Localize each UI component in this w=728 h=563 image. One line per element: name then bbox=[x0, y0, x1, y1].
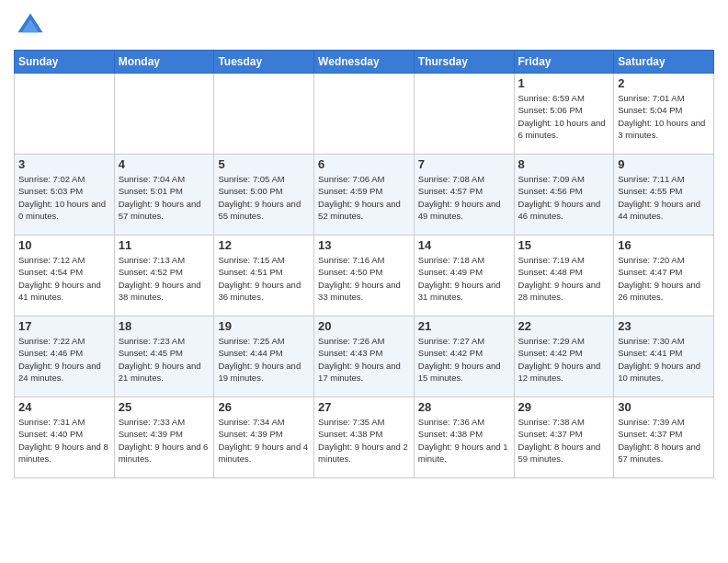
day-info: Sunrise: 7:33 AM Sunset: 4:39 PM Dayligh… bbox=[119, 416, 210, 465]
day-info: Sunrise: 7:29 AM Sunset: 4:42 PM Dayligh… bbox=[518, 335, 610, 384]
day-info: Sunrise: 7:02 AM Sunset: 5:03 PM Dayligh… bbox=[18, 173, 110, 222]
day-number: 20 bbox=[318, 319, 410, 333]
day-info: Sunrise: 7:18 AM Sunset: 4:49 PM Dayligh… bbox=[418, 254, 510, 303]
day-number: 9 bbox=[618, 157, 710, 171]
calendar-cell: 9Sunrise: 7:11 AM Sunset: 4:55 PM Daylig… bbox=[614, 155, 714, 236]
calendar-week-row: 10Sunrise: 7:12 AM Sunset: 4:54 PM Dayli… bbox=[15, 236, 714, 316]
day-number: 15 bbox=[518, 238, 610, 252]
day-info: Sunrise: 7:04 AM Sunset: 5:01 PM Dayligh… bbox=[119, 173, 210, 222]
day-info: Sunrise: 7:11 AM Sunset: 4:55 PM Dayligh… bbox=[618, 173, 710, 222]
day-number: 10 bbox=[18, 238, 110, 252]
day-number: 22 bbox=[518, 319, 610, 333]
calendar-header-row: SundayMondayTuesdayWednesdayThursdayFrid… bbox=[15, 51, 714, 74]
day-number: 28 bbox=[418, 400, 510, 414]
calendar-day-header: Monday bbox=[114, 51, 214, 74]
calendar-cell: 4Sunrise: 7:04 AM Sunset: 5:01 PM Daylig… bbox=[114, 155, 214, 236]
day-info: Sunrise: 7:31 AM Sunset: 4:40 PM Dayligh… bbox=[18, 416, 110, 465]
day-number: 2 bbox=[618, 76, 710, 90]
calendar-cell: 18Sunrise: 7:23 AM Sunset: 4:45 PM Dayli… bbox=[114, 316, 214, 397]
logo bbox=[14, 9, 51, 42]
calendar-cell: 13Sunrise: 7:16 AM Sunset: 4:50 PM Dayli… bbox=[314, 236, 415, 316]
calendar-day-header: Tuesday bbox=[214, 51, 314, 74]
day-number: 6 bbox=[318, 157, 410, 171]
calendar-week-row: 24Sunrise: 7:31 AM Sunset: 4:40 PM Dayli… bbox=[15, 397, 714, 478]
calendar-week-row: 17Sunrise: 7:22 AM Sunset: 4:46 PM Dayli… bbox=[15, 316, 714, 397]
calendar-cell: 21Sunrise: 7:27 AM Sunset: 4:42 PM Dayli… bbox=[414, 316, 514, 397]
day-info: Sunrise: 7:09 AM Sunset: 4:56 PM Dayligh… bbox=[518, 173, 610, 222]
calendar-cell: 1Sunrise: 6:59 AM Sunset: 5:06 PM Daylig… bbox=[514, 74, 614, 155]
day-number: 19 bbox=[218, 319, 310, 333]
day-info: Sunrise: 7:01 AM Sunset: 5:04 PM Dayligh… bbox=[618, 92, 710, 141]
calendar-cell: 23Sunrise: 7:30 AM Sunset: 4:41 PM Dayli… bbox=[614, 316, 714, 397]
calendar-cell bbox=[414, 74, 514, 155]
day-number: 27 bbox=[318, 400, 410, 414]
calendar-cell: 17Sunrise: 7:22 AM Sunset: 4:46 PM Dayli… bbox=[15, 316, 115, 397]
day-number: 4 bbox=[119, 157, 210, 171]
calendar-day-header: Sunday bbox=[15, 51, 115, 74]
day-info: Sunrise: 7:06 AM Sunset: 4:59 PM Dayligh… bbox=[318, 173, 410, 222]
day-number: 21 bbox=[418, 319, 510, 333]
day-number: 12 bbox=[218, 238, 310, 252]
calendar-cell: 16Sunrise: 7:20 AM Sunset: 4:47 PM Dayli… bbox=[614, 236, 714, 316]
calendar-day-header: Saturday bbox=[614, 51, 714, 74]
day-number: 5 bbox=[218, 157, 310, 171]
calendar-cell: 29Sunrise: 7:38 AM Sunset: 4:37 PM Dayli… bbox=[514, 397, 614, 478]
day-info: Sunrise: 7:08 AM Sunset: 4:57 PM Dayligh… bbox=[418, 173, 510, 222]
day-info: Sunrise: 7:16 AM Sunset: 4:50 PM Dayligh… bbox=[318, 254, 410, 303]
calendar-cell bbox=[214, 74, 314, 155]
day-info: Sunrise: 7:13 AM Sunset: 4:52 PM Dayligh… bbox=[119, 254, 210, 303]
day-number: 18 bbox=[119, 319, 210, 333]
calendar-cell: 5Sunrise: 7:05 AM Sunset: 5:00 PM Daylig… bbox=[214, 155, 314, 236]
page-container: SundayMondayTuesdayWednesdayThursdayFrid… bbox=[0, 0, 728, 483]
day-info: Sunrise: 7:12 AM Sunset: 4:54 PM Dayligh… bbox=[18, 254, 110, 303]
day-info: Sunrise: 7:38 AM Sunset: 4:37 PM Dayligh… bbox=[518, 416, 610, 465]
day-info: Sunrise: 7:34 AM Sunset: 4:39 PM Dayligh… bbox=[218, 416, 310, 465]
day-number: 26 bbox=[218, 400, 310, 414]
calendar-cell: 6Sunrise: 7:06 AM Sunset: 4:59 PM Daylig… bbox=[314, 155, 415, 236]
day-number: 23 bbox=[618, 319, 710, 333]
day-number: 30 bbox=[618, 400, 710, 414]
day-number: 24 bbox=[18, 400, 110, 414]
calendar-cell: 12Sunrise: 7:15 AM Sunset: 4:51 PM Dayli… bbox=[214, 236, 314, 316]
calendar-cell: 25Sunrise: 7:33 AM Sunset: 4:39 PM Dayli… bbox=[114, 397, 214, 478]
day-number: 29 bbox=[518, 400, 610, 414]
calendar-cell: 14Sunrise: 7:18 AM Sunset: 4:49 PM Dayli… bbox=[414, 236, 514, 316]
calendar-cell: 10Sunrise: 7:12 AM Sunset: 4:54 PM Dayli… bbox=[15, 236, 115, 316]
calendar-cell: 28Sunrise: 7:36 AM Sunset: 4:38 PM Dayli… bbox=[414, 397, 514, 478]
calendar-cell: 2Sunrise: 7:01 AM Sunset: 5:04 PM Daylig… bbox=[614, 74, 714, 155]
day-number: 16 bbox=[618, 238, 710, 252]
calendar-cell: 30Sunrise: 7:39 AM Sunset: 4:37 PM Dayli… bbox=[614, 397, 714, 478]
calendar-cell: 8Sunrise: 7:09 AM Sunset: 4:56 PM Daylig… bbox=[514, 155, 614, 236]
calendar-cell bbox=[114, 74, 214, 155]
calendar-cell: 19Sunrise: 7:25 AM Sunset: 4:44 PM Dayli… bbox=[214, 316, 314, 397]
day-number: 7 bbox=[418, 157, 510, 171]
day-info: Sunrise: 7:05 AM Sunset: 5:00 PM Dayligh… bbox=[218, 173, 310, 222]
day-info: Sunrise: 7:23 AM Sunset: 4:45 PM Dayligh… bbox=[119, 335, 210, 384]
day-info: Sunrise: 7:27 AM Sunset: 4:42 PM Dayligh… bbox=[418, 335, 510, 384]
calendar-cell: 22Sunrise: 7:29 AM Sunset: 4:42 PM Dayli… bbox=[514, 316, 614, 397]
calendar-day-header: Wednesday bbox=[314, 51, 415, 74]
calendar-cell: 26Sunrise: 7:34 AM Sunset: 4:39 PM Dayli… bbox=[214, 397, 314, 478]
day-number: 13 bbox=[318, 238, 410, 252]
day-number: 17 bbox=[18, 319, 110, 333]
day-info: Sunrise: 7:30 AM Sunset: 4:41 PM Dayligh… bbox=[618, 335, 710, 384]
day-number: 1 bbox=[518, 76, 610, 90]
calendar-cell: 11Sunrise: 7:13 AM Sunset: 4:52 PM Dayli… bbox=[114, 236, 214, 316]
calendar-week-row: 1Sunrise: 6:59 AM Sunset: 5:06 PM Daylig… bbox=[15, 74, 714, 155]
calendar-week-row: 3Sunrise: 7:02 AM Sunset: 5:03 PM Daylig… bbox=[15, 155, 714, 236]
header bbox=[14, 9, 714, 42]
calendar-cell: 15Sunrise: 7:19 AM Sunset: 4:48 PM Dayli… bbox=[514, 236, 614, 316]
day-info: Sunrise: 7:19 AM Sunset: 4:48 PM Dayligh… bbox=[518, 254, 610, 303]
day-number: 11 bbox=[119, 238, 210, 252]
day-number: 3 bbox=[18, 157, 110, 171]
calendar-cell: 7Sunrise: 7:08 AM Sunset: 4:57 PM Daylig… bbox=[414, 155, 514, 236]
calendar-table: SundayMondayTuesdayWednesdayThursdayFrid… bbox=[14, 50, 714, 478]
day-info: Sunrise: 6:59 AM Sunset: 5:06 PM Dayligh… bbox=[518, 92, 610, 141]
day-number: 25 bbox=[119, 400, 210, 414]
day-info: Sunrise: 7:39 AM Sunset: 4:37 PM Dayligh… bbox=[618, 416, 710, 465]
calendar-cell bbox=[15, 74, 115, 155]
calendar-cell: 20Sunrise: 7:26 AM Sunset: 4:43 PM Dayli… bbox=[314, 316, 415, 397]
logo-icon bbox=[14, 9, 47, 42]
day-info: Sunrise: 7:20 AM Sunset: 4:47 PM Dayligh… bbox=[618, 254, 710, 303]
calendar-cell bbox=[314, 74, 415, 155]
